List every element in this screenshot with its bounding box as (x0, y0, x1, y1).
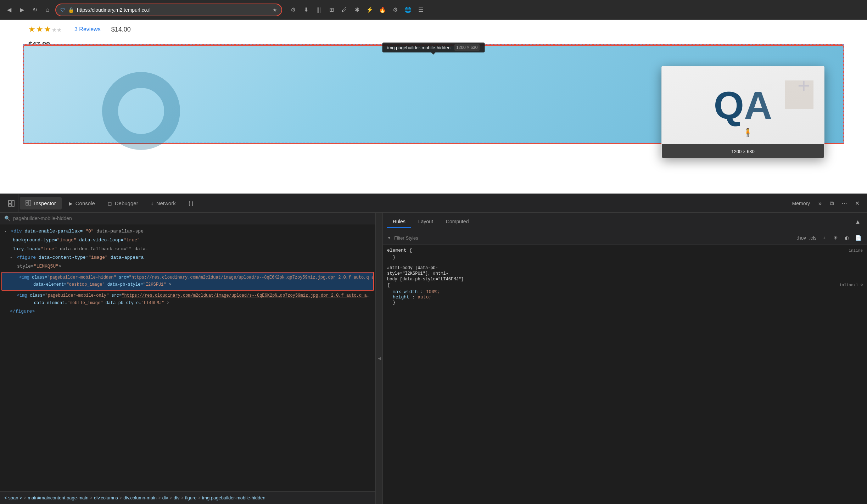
url-bar[interactable]: 🛡 🔒 ★ (55, 4, 282, 16)
print-btn[interactable]: 📄 (854, 233, 863, 242)
console-tab[interactable]: ▶ Console (63, 197, 101, 209)
search-input[interactable] (13, 215, 371, 221)
url-input[interactable] (77, 7, 270, 13)
q-decoration (102, 72, 180, 150)
more-options-button[interactable]: ⋯ (839, 198, 850, 209)
selector-text-pb2: style="I2KSPU1"], #html- (387, 271, 448, 276)
img2-src-attr: src= (111, 293, 122, 298)
img2-attrs-2: data-element="mobile_image" data-pb-styl… (17, 299, 169, 307)
open-brace-pb: { (387, 282, 390, 288)
download-button[interactable]: ⬇ (301, 5, 311, 15)
more-tab[interactable]: { } (183, 197, 199, 209)
search-bar: 🔍 (0, 213, 375, 224)
undock-button[interactable]: ⧉ (826, 198, 837, 209)
lightning-icon[interactable]: ⚡ (364, 5, 375, 15)
cls-button[interactable]: .cls (808, 233, 817, 242)
breadcrumb-columns[interactable]: div.columns (94, 495, 118, 500)
html-line-2[interactable]: background-type="image" data-video-loop=… (0, 236, 375, 245)
close-devtools-button[interactable]: ✕ (851, 198, 863, 209)
chevron-more-btn[interactable]: » (816, 199, 824, 208)
browser-chrome: ◀ ▶ ↻ ⌂ 🛡 🔒 ★ ⚙ ⬇ ||| ⊞ 🖊 ✱ ⚡ 🔥 ⚙ 🌐 ☰ (0, 0, 867, 20)
extensions-button[interactable]: ⚙ (288, 5, 298, 15)
img-src-attr: src= (119, 275, 129, 280)
dark-mode-btn[interactable]: ◐ (842, 233, 851, 242)
fire-icon[interactable]: 🔥 (377, 5, 388, 15)
val-max-width: 100%; (426, 289, 440, 295)
computed-tab[interactable]: Computed (440, 216, 475, 228)
selector-text-pb3: body [data-pb-style="LT46FMJ"] (387, 277, 464, 282)
closing-tag2: > (167, 301, 169, 306)
style-block-element: } (387, 254, 863, 260)
gear-icon-rule[interactable]: ⚙ (860, 283, 863, 287)
breadcrumb-sep-3: > (119, 495, 122, 500)
hov-button[interactable]: :hov (797, 233, 806, 242)
selected-html-line[interactable]: <img class="pagebuilder-mobile-hidden" s… (1, 272, 374, 291)
prop-height: height (393, 295, 409, 300)
panel-collapse-button[interactable]: ◀ (376, 213, 383, 504)
reviews-link[interactable]: 3 Reviews (74, 26, 101, 33)
img2-src-val: "https://res.cloudinary.com/m2clduat/ima… (122, 293, 375, 298)
html-line-8[interactable]: </figure> (0, 307, 375, 316)
style-block-pb: max-width : 100%; height : auto; } (387, 289, 863, 305)
product-info: ★★★★★ 3 Reviews $14.00 (0, 20, 867, 39)
memory-tab[interactable]: Memory (787, 198, 816, 209)
qa-letters: Q A (714, 86, 772, 125)
globe-icon[interactable]: 🌐 (403, 5, 413, 15)
attr-video-val: "true" (123, 237, 140, 243)
html-tree: ▾ <div data-enable-parallax= "0" data-pa… (0, 224, 375, 491)
breadcrumb-main[interactable]: main#maincontent.page-main (28, 495, 88, 500)
breadcrumb-img[interactable]: img.pagebuilder-mobile-hidden (202, 495, 265, 500)
html-line-3[interactable]: lazy-load="true" data-video-fallback-src… (0, 245, 375, 254)
add-rule-btn[interactable]: + (820, 233, 829, 242)
history-button[interactable]: ||| (313, 5, 324, 15)
styles-filter-toolbar: ▼ Filter Styles :hov .cls + ☀ ◐ 📄 (383, 231, 867, 245)
styles-content: element { inline } #html-body [data-pb- … (383, 245, 867, 504)
shield-icon: 🛡 (60, 7, 65, 13)
pen-icon[interactable]: 🖊 (339, 5, 349, 15)
inspector-tab[interactable]: Inspector (20, 197, 62, 209)
html-line-7[interactable]: <img class="pagebuilder-mobile-only" src… (0, 291, 375, 307)
debugger-tab-label: Debugger (115, 200, 138, 206)
inspector-toggle-icon[interactable] (4, 194, 18, 213)
breadcrumb-span[interactable]: < span > (4, 495, 22, 500)
inspector-icon (26, 200, 31, 207)
breadcrumb-sep-2: > (90, 495, 93, 500)
price-secondary: $14.00 (111, 26, 131, 33)
back-button[interactable]: ◀ (4, 5, 14, 15)
window-button[interactable]: ⊞ (326, 5, 337, 15)
star-icon[interactable]: ★ (273, 7, 277, 13)
style-attr: style="LEMKQ5U"> (17, 264, 61, 269)
lock-icon: 🔒 (68, 7, 74, 13)
attr-lazy-val: "true" (40, 246, 57, 252)
style-rule-pb: #html-body [data-pb- style="I2KSPU1"], #… (387, 265, 863, 305)
network-tab-label: Network (156, 200, 176, 206)
svg-rect-1 (9, 204, 11, 206)
style-action-icons: :hov .cls + ☀ ◐ 📄 (797, 233, 863, 242)
network-tab[interactable]: ↕ Network (145, 197, 181, 209)
expand-panel-btn[interactable]: ▲ (853, 217, 863, 227)
selector-text-element: element { (387, 248, 412, 253)
home-button[interactable]: ⌂ (43, 5, 52, 15)
breadcrumb-sep-4: > (158, 495, 161, 500)
breadcrumb-div2[interactable]: div (174, 495, 180, 500)
data-element-attr: data-element= (33, 282, 67, 287)
menu-icon[interactable]: ☰ (415, 5, 426, 15)
light-mode-btn[interactable]: ☀ (831, 233, 840, 242)
settings-icon[interactable]: ⚙ (390, 5, 401, 15)
qa-figure-icon: 🧍 (743, 128, 753, 137)
breadcrumb-column-main[interactable]: div.column-main (123, 495, 157, 500)
html-line-4[interactable]: ▾ <figure data-content-type="image" data… (0, 253, 375, 262)
debugger-tab[interactable]: ◻ Debugger (102, 197, 144, 209)
rules-tab[interactable]: Rules (387, 216, 411, 228)
element-tooltip: img.pagebuilder-mobile-hidden 1200 × 630 (382, 43, 485, 52)
html-line[interactable]: ▾ <div data-enable-parallax= "0" data-pa… (0, 227, 375, 236)
breadcrumb-div1[interactable]: div (162, 495, 168, 500)
sync-icon[interactable]: ✱ (352, 5, 362, 15)
layout-tab[interactable]: Layout (413, 216, 439, 228)
reload-button[interactable]: ↻ (30, 5, 40, 15)
style-rule-element: element { inline } (387, 248, 863, 260)
filter-icon: ▼ (387, 235, 391, 240)
breadcrumb-figure[interactable]: figure (185, 495, 197, 500)
html-line-5[interactable]: style="LEMKQ5U"> (0, 262, 375, 271)
forward-button[interactable]: ▶ (17, 5, 27, 15)
